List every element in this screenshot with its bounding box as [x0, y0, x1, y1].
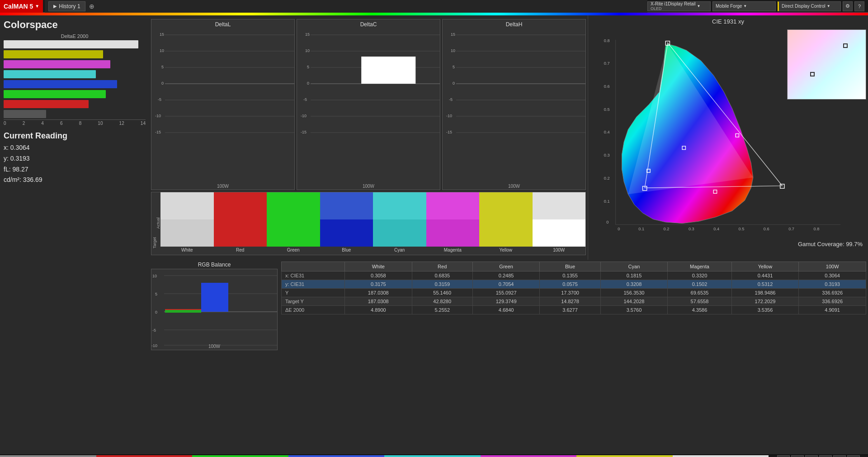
- current-reading-title: Current Reading: [4, 131, 146, 141]
- table-row-de2000: ΔE 2000 4.8900 5.2552 4.6840 3.6277 3.57…: [282, 306, 866, 314]
- col-header-blue: Blue: [540, 262, 600, 271]
- play-icon[interactable]: ▶: [805, 455, 818, 457]
- cell-de-cyan: 3.5760: [600, 306, 668, 314]
- skip-back-icon[interactable]: ⏮: [833, 455, 846, 457]
- bar-row-blue: [4, 80, 146, 89]
- delta-h-inner: 15 10 5 0 -5 -10: [443, 29, 585, 183]
- skip-end-icon[interactable]: ⏭: [819, 455, 832, 457]
- cie-preview: [787, 29, 866, 100]
- cell-x-magenta: 0.3320: [668, 271, 731, 280]
- instrument-dropdown-2[interactable]: Mobile Forge ▼: [712, 1, 776, 11]
- cell-de-green: 4.6840: [472, 306, 540, 314]
- col-header-cyan: Cyan: [600, 262, 668, 271]
- svg-text:-5: -5: [152, 328, 156, 333]
- delta-l-title: DeltaL: [213, 19, 233, 29]
- cell-de-blue: 3.6277: [540, 306, 600, 314]
- cell-de-yellow: 3.5356: [731, 306, 799, 314]
- table-row-y: y: CIE31 0.3175 0.3159 0.7054 0.0575 0.3…: [282, 280, 866, 289]
- bar-row-red: [4, 100, 146, 109]
- cell-y-red: 0.3159: [412, 280, 472, 289]
- delta-charts-row: DeltaL 15 10 5 0: [149, 15, 588, 192]
- swatch-green: Green: [267, 192, 320, 255]
- svg-rect-84: [165, 310, 201, 313]
- svg-text:10: 10: [152, 274, 157, 278]
- instrument-dropdown-3[interactable]: Direct Display Control ▼: [778, 1, 841, 11]
- table-row-x: x: CIE31 0.3058 0.6835 0.2485 0.1355 0.1…: [282, 271, 866, 280]
- record-icon[interactable]: ⏺: [777, 455, 790, 457]
- bottom-navigation: ⏺ ⏹ ▶ ⏭ ⏮ ↺ ⟨ Back Next: [769, 455, 868, 457]
- bottom-bar-green[interactable]: Green: [192, 455, 288, 457]
- refresh-icon[interactable]: ↺: [847, 455, 860, 457]
- reading-x: x: 0.3064: [4, 143, 146, 153]
- col-header-empty: [282, 262, 345, 271]
- svg-text:0.8: 0.8: [604, 38, 610, 43]
- cell-ty-yellow: 172.2029: [731, 297, 799, 306]
- swatch-white-bottom: [0, 455, 96, 457]
- center-right-area: DeltaL 15 10 5 0: [149, 15, 868, 454]
- table-header-row: White Red Green Blue Cyan Magenta Yellow…: [282, 262, 866, 271]
- preview-marker-2: [810, 72, 815, 76]
- instrument-dropdown-1[interactable]: X-Rite i1Display Retail OLED ▼: [647, 1, 711, 11]
- cell-ty-blue: 14.8278: [540, 297, 600, 306]
- cell-x-white: 0.3058: [344, 271, 412, 280]
- svg-text:0.6: 0.6: [764, 227, 769, 231]
- cell-y-cyan: 0.3208: [600, 280, 668, 289]
- svg-text:5: 5: [155, 292, 157, 296]
- delta-c-chart: DeltaC 15 10 5 0 -5: [297, 19, 440, 190]
- bottom-bar-red[interactable]: Red: [96, 455, 193, 457]
- settings-icon[interactable]: ⚙: [843, 1, 853, 11]
- history-tab[interactable]: ▶ History 1: [48, 1, 85, 11]
- delta-c-title: DeltaC: [359, 19, 379, 29]
- calman-logo[interactable]: CalMAN 5 ▼: [0, 0, 43, 13]
- row-label-de2000: ΔE 2000: [282, 306, 345, 314]
- delta-c-xlabel: 100W: [362, 183, 375, 190]
- cie-panel: CIE 1931 xy 0.8 0.7 0.6 0.5 0.4 0.3 0.2 …: [588, 15, 868, 260]
- delta-c-inner: 15 10 5 0 -5 -10: [297, 29, 440, 183]
- delta-l-xlabel: 100W: [216, 183, 230, 190]
- rgb-balance-svg: 10 5 0 -5 -10: [151, 269, 277, 350]
- svg-text:0.5: 0.5: [739, 227, 745, 231]
- swatch-magenta-bottom: [481, 455, 577, 457]
- svg-rect-67: [780, 184, 784, 188]
- bottom-bar-yellow[interactable]: Yellow: [576, 455, 673, 457]
- delta-c-svg: 15 10 5 0 -5 -10: [297, 29, 440, 183]
- bottom-bar-100w[interactable]: 100W: [673, 455, 769, 457]
- rgb-x-label: 100W: [151, 344, 277, 349]
- delta-h-svg: 15 10 5 0 -5 -10: [443, 29, 585, 183]
- deltae-chart: DeltaE 2000: [4, 33, 146, 127]
- bottom-bar-blue[interactable]: Blue: [288, 455, 385, 457]
- add-tab-button[interactable]: ⊕: [89, 3, 94, 10]
- cell-Y-white: 187.0308: [344, 289, 412, 297]
- svg-text:0.7: 0.7: [604, 61, 610, 66]
- svg-text:-5: -5: [449, 97, 453, 102]
- svg-text:5: 5: [161, 65, 164, 69]
- svg-text:0: 0: [453, 81, 455, 86]
- bar-chart: 0 2 4 6 8 10 12 14: [4, 40, 146, 127]
- cell-y-100w: 0.3193: [799, 280, 866, 289]
- svg-text:0: 0: [618, 227, 620, 231]
- cell-ty-green: 129.3749: [472, 297, 540, 306]
- svg-text:0.7: 0.7: [788, 227, 794, 231]
- stop-icon[interactable]: ⏹: [791, 455, 804, 457]
- svg-text:10: 10: [451, 48, 455, 53]
- actual-label: Actual: [156, 217, 160, 228]
- col-header-green: Green: [472, 262, 540, 271]
- bottom-bar-white[interactable]: White: [0, 455, 96, 457]
- swatch-red-bottom: [96, 455, 193, 457]
- target-label: Target: [152, 237, 157, 248]
- swatches-row: White Red Green: [160, 192, 585, 255]
- col-header-100w: 100W: [799, 262, 866, 271]
- cell-x-100w: 0.3064: [799, 271, 866, 280]
- svg-text:0.8: 0.8: [813, 227, 819, 231]
- bottom-bar-cyan[interactable]: Cyan: [384, 455, 481, 457]
- deltae-label: DeltaE 2000: [4, 33, 146, 39]
- swatch-magenta: Magenta: [426, 192, 480, 255]
- svg-text:15: 15: [451, 32, 455, 37]
- help-icon[interactable]: ?: [854, 1, 864, 11]
- bar-row-black: [4, 109, 146, 119]
- rgb-balance-chart: 10 5 0 -5 -10: [151, 269, 278, 350]
- cell-Y-blue: 17.3700: [540, 289, 600, 297]
- swatch-100w-bottom: [673, 455, 769, 457]
- bottom-bar-magenta[interactable]: Magenta: [481, 455, 577, 457]
- cell-Y-red: 55.1460: [412, 289, 472, 297]
